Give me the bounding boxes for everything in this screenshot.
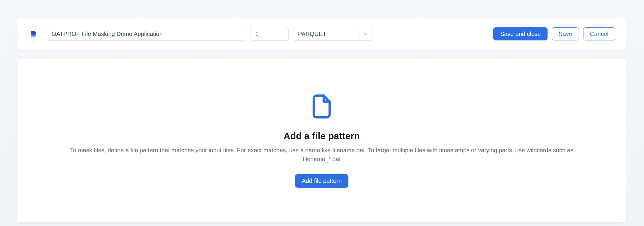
save-and-close-button[interactable]: Save and close bbox=[493, 27, 548, 40]
chevron-down-icon[interactable] bbox=[359, 31, 372, 37]
empty-state-title: Add a file pattern bbox=[284, 131, 360, 142]
datprof-logo-icon bbox=[28, 29, 38, 39]
file-icon bbox=[310, 93, 334, 121]
page-background: { "colors": { "primary_blue": "#2d6fe0",… bbox=[0, 0, 644, 226]
empty-state-description: To mask files, define a file pattern tha… bbox=[53, 146, 591, 164]
cancel-button[interactable]: Cancel bbox=[583, 27, 615, 40]
file-patterns-panel: Add a file pattern To mask files, define… bbox=[17, 59, 626, 222]
add-file-pattern-button[interactable]: Add file pattern bbox=[295, 174, 349, 188]
empty-state: Add a file pattern To mask files, define… bbox=[53, 93, 591, 188]
application-name-input[interactable] bbox=[47, 27, 246, 41]
top-toolbar: PARQUET Save and close Save Cancel bbox=[17, 18, 626, 50]
save-button[interactable]: Save bbox=[552, 27, 579, 40]
file-type-select[interactable]: PARQUET bbox=[293, 27, 372, 41]
file-type-selected-value: PARQUET bbox=[298, 31, 358, 37]
datprof-logo bbox=[26, 26, 41, 42]
version-input[interactable] bbox=[250, 27, 289, 41]
